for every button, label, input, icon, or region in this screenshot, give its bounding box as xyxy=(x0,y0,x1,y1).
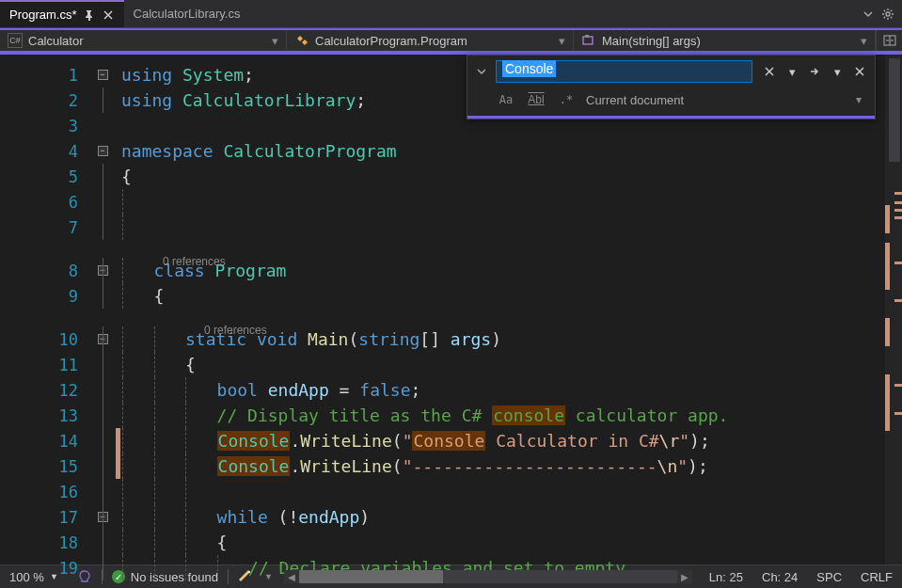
pin-icon[interactable] xyxy=(83,8,96,22)
tab-calculatorlibrary[interactable]: CalculatorLibrary.cs xyxy=(124,0,250,27)
nav-class-dropdown[interactable]: CalculatorProgram.Program ▾ xyxy=(287,30,574,51)
code-content[interactable]: using System; using CalculatorLibrary; n… xyxy=(121,55,885,564)
fold-column: − − − − − xyxy=(89,55,116,564)
find-input[interactable]: Console xyxy=(496,60,752,83)
references-label[interactable]: 0 references xyxy=(204,324,267,337)
svg-rect-1 xyxy=(583,37,593,44)
chevron-down-icon: ▾ xyxy=(272,34,278,48)
editor[interactable]: 1 2 3 4 5 6 7 8 9 10 11 12 13 14 15 16 1… xyxy=(0,55,902,564)
find-panel: Console ▾ ▾ Aa Abl .* Current document ▾ xyxy=(467,55,876,119)
nav-member-dropdown[interactable]: Main(string[] args) ▾ xyxy=(574,30,876,51)
csharp-icon: C# xyxy=(8,33,23,48)
nav-project-label: Calculator xyxy=(28,34,84,48)
horizontal-scrollbar[interactable]: ◄ ► xyxy=(284,570,692,583)
chevron-down-icon: ▾ xyxy=(861,34,867,48)
vertical-scrollbar[interactable] xyxy=(885,55,902,564)
find-options-icon[interactable]: ▾ xyxy=(828,62,847,81)
method-icon xyxy=(581,33,596,48)
regex-toggle[interactable]: .* xyxy=(556,89,577,110)
split-editor-button[interactable] xyxy=(876,30,902,51)
svg-point-0 xyxy=(886,12,890,16)
find-scope-label: Current document xyxy=(586,93,684,107)
expand-replace-icon[interactable] xyxy=(473,67,488,76)
nav-class-label: CalculatorProgram.Program xyxy=(315,34,467,48)
find-next-icon[interactable] xyxy=(805,62,824,81)
scope-dropdown-icon[interactable]: ▾ xyxy=(848,89,869,110)
nav-project-dropdown[interactable]: C# Calculator ▾ xyxy=(0,30,287,51)
find-options-dropdown-icon[interactable]: ▾ xyxy=(783,62,801,81)
chevron-down-icon: ▾ xyxy=(559,34,565,48)
tab-overflow-icon[interactable] xyxy=(862,8,874,20)
tab-program[interactable]: Program.cs* xyxy=(0,0,124,27)
line-number-gutter: 1 2 3 4 5 6 7 8 9 10 11 12 13 14 15 16 1… xyxy=(0,55,89,564)
references-label[interactable]: 0 references xyxy=(163,255,226,268)
tab-label: Program.cs* xyxy=(9,8,77,22)
class-icon xyxy=(294,33,309,48)
svg-rect-2 xyxy=(585,35,589,38)
tab-bar: Program.cs* CalculatorLibrary.cs xyxy=(0,0,902,28)
close-icon[interactable] xyxy=(102,8,115,22)
match-case-toggle[interactable]: Aa xyxy=(496,89,516,110)
close-icon[interactable] xyxy=(850,62,869,81)
fold-toggle[interactable]: − xyxy=(98,146,108,156)
tab-label: CalculatorLibrary.cs xyxy=(134,7,241,21)
close-find-icon[interactable] xyxy=(760,62,779,81)
whole-word-toggle[interactable]: Abl xyxy=(526,89,546,110)
navigation-bar: C# Calculator ▾ CalculatorProgram.Progra… xyxy=(0,28,902,55)
scroll-marks xyxy=(885,55,902,564)
gear-icon[interactable] xyxy=(881,8,894,21)
nav-member-label: Main(string[] args) xyxy=(602,34,701,48)
fold-toggle[interactable]: − xyxy=(98,70,108,80)
